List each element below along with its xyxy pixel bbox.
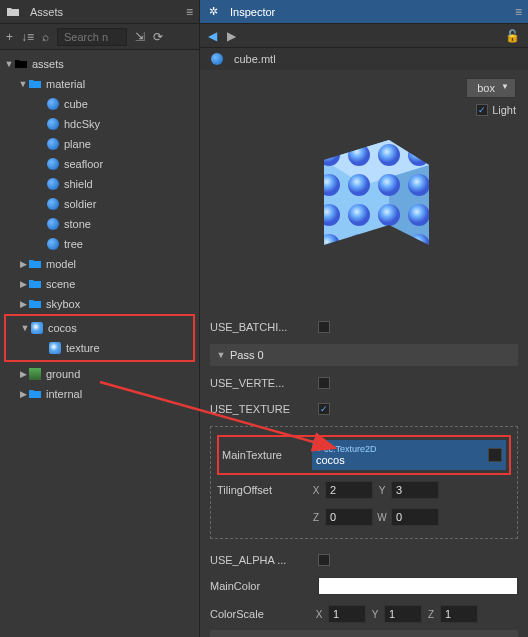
crumb-label: cube.mtl: [234, 53, 276, 65]
tree-item[interactable]: tree: [0, 234, 199, 254]
use-vertex-label: USE_VERTE...: [210, 377, 310, 389]
use-batching-checkbox[interactable]: [318, 321, 330, 333]
z-label: Z: [426, 609, 436, 620]
search-icon[interactable]: ⌕: [42, 30, 49, 44]
y-label: Y: [377, 485, 387, 496]
folder-icon: [28, 297, 42, 311]
nav-back-icon[interactable]: ◀: [208, 29, 217, 43]
tree-label: assets: [32, 58, 64, 70]
tree-label: cube: [64, 98, 88, 110]
pick-texture-icon[interactable]: [488, 448, 502, 462]
sphere-icon: [46, 237, 60, 251]
folder-icon: [14, 57, 28, 71]
tree-label: stone: [64, 218, 91, 230]
collapse-icon[interactable]: ⇲: [135, 30, 145, 44]
gear-icon: ✲: [206, 5, 220, 19]
texture-type-label: cc.Texture2D: [324, 444, 377, 454]
maintexture-label: MainTexture: [222, 440, 312, 470]
tree-label: texture: [66, 342, 100, 354]
tree-item[interactable]: stone: [0, 214, 199, 234]
nav-forward-icon[interactable]: ▶: [227, 29, 236, 43]
cocos-icon: [48, 341, 62, 355]
light-label: Light: [492, 104, 516, 116]
sphere-icon: [46, 177, 60, 191]
tiling-x-input[interactable]: [325, 481, 373, 499]
maintexture-highlight: MainTexture ● cc.Texture2D cocos: [217, 435, 511, 475]
panel-menu-icon[interactable]: ≡: [186, 5, 193, 19]
tree-label: ground: [46, 368, 80, 380]
lock-icon[interactable]: 🔓: [505, 29, 520, 43]
use-alpha-checkbox[interactable]: [318, 554, 330, 566]
tree-item[interactable]: soldier: [0, 194, 199, 214]
sphere-icon: [46, 97, 60, 111]
tree-folder-internal[interactable]: ▶internal: [0, 384, 199, 404]
maincolor-swatch[interactable]: [318, 577, 518, 595]
sphere-icon: [46, 197, 60, 211]
tree-label: plane: [64, 138, 91, 150]
tree-folder-scene[interactable]: ▶scene: [0, 274, 199, 294]
sphere-icon: [46, 157, 60, 171]
maintexture-field[interactable]: ● cc.Texture2D cocos: [312, 440, 506, 470]
pass0-header[interactable]: ▼Pass 0: [210, 344, 518, 366]
material-preview[interactable]: box ✓ Light: [200, 70, 528, 310]
tree-label: model: [46, 258, 76, 270]
colorscale-x-input[interactable]: [328, 605, 366, 623]
tree-folder-cocos[interactable]: ▼cocos: [6, 318, 193, 338]
sphere-icon: [46, 217, 60, 231]
assets-toolbar: + ↓≡ ⌕ ⇲ ⟳: [0, 24, 199, 50]
tree-item[interactable]: plane: [0, 134, 199, 154]
tree-root[interactable]: ▼assets: [0, 54, 199, 74]
properties-section: USE_BATCHI... ▼Pass 0 USE_VERTE... USE_T…: [200, 310, 528, 637]
tilingoffset-label: TilingOffset: [217, 484, 307, 496]
cube-preview-icon: [284, 110, 444, 270]
maincolor-label: MainColor: [210, 580, 310, 592]
tiling-y-input[interactable]: [391, 481, 439, 499]
tree-label: hdcSky: [64, 118, 100, 130]
use-vertex-checkbox[interactable]: [318, 377, 330, 389]
tree-item[interactable]: shield: [0, 174, 199, 194]
tree-label: soldier: [64, 198, 96, 210]
colorscale-label: ColorScale: [210, 608, 310, 620]
tree-item[interactable]: seafloor: [0, 154, 199, 174]
cocos-icon: [30, 321, 44, 335]
texture-group: MainTexture ● cc.Texture2D cocos TilingO…: [210, 426, 518, 539]
section-label: Pass 0: [230, 349, 264, 361]
tree-item-texture[interactable]: texture: [6, 338, 193, 358]
tree-label: cocos: [48, 322, 77, 334]
tree-folder-model[interactable]: ▶model: [0, 254, 199, 274]
add-icon[interactable]: +: [6, 30, 13, 44]
tiling-w-input[interactable]: [391, 508, 439, 526]
refresh-icon[interactable]: ⟳: [153, 30, 163, 44]
tree-label: material: [46, 78, 85, 90]
use-texture-label: USE_TEXTURE: [210, 403, 310, 415]
texture-name: cocos: [316, 454, 502, 466]
use-alpha-label: USE_ALPHA ...: [210, 554, 310, 566]
tree-folder-material[interactable]: ▼material: [0, 74, 199, 94]
shape-select[interactable]: box: [466, 78, 516, 98]
tiling-z-input[interactable]: [325, 508, 373, 526]
sphere-icon: [210, 52, 224, 66]
assets-panel: Assets ≡ + ↓≡ ⌕ ⇲ ⟳ ▼assets ▼material cu…: [0, 0, 200, 637]
folder-icon: [28, 77, 42, 91]
pipeline-header[interactable]: ▶PipelineStates: [210, 630, 518, 637]
breadcrumb: cube.mtl: [200, 48, 528, 70]
tree-item[interactable]: cube: [0, 94, 199, 114]
w-label: W: [377, 512, 387, 523]
tree-item[interactable]: hdcSky: [0, 114, 199, 134]
colorscale-z-input[interactable]: [440, 605, 478, 623]
folder-icon: [6, 5, 20, 19]
sort-icon[interactable]: ↓≡: [21, 30, 34, 44]
folder-icon: [28, 387, 42, 401]
light-checkbox[interactable]: ✓: [476, 104, 488, 116]
colorscale-y-input[interactable]: [384, 605, 422, 623]
assets-header: Assets ≡: [0, 0, 199, 24]
search-input[interactable]: [57, 28, 127, 46]
z-label: Z: [311, 512, 321, 523]
folder-icon: [28, 257, 42, 271]
tree-folder-ground[interactable]: ▶ground: [0, 364, 199, 384]
panel-menu-icon[interactable]: ≡: [515, 5, 522, 19]
use-texture-checkbox[interactable]: ✓: [318, 403, 330, 415]
x-label: X: [314, 609, 324, 620]
tree-folder-skybox[interactable]: ▶skybox: [0, 294, 199, 314]
inspector-nav: ◀ ▶ 🔓: [200, 24, 528, 48]
